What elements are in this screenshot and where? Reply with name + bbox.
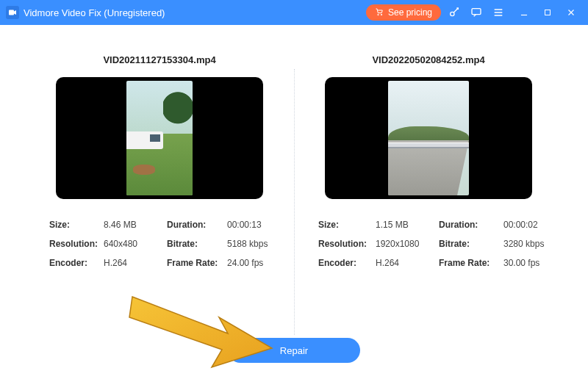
meta-val-duration: 00:00:13 xyxy=(227,220,279,230)
meta-val-bitrate: 5188 kbps xyxy=(227,239,279,249)
svg-rect-0 xyxy=(9,10,14,15)
cart-icon xyxy=(375,7,384,18)
svg-rect-5 xyxy=(545,10,551,15)
meta-key-framerate: Frame Rate: xyxy=(167,258,227,268)
key-icon[interactable] xyxy=(445,4,463,21)
meta-val-size: 8.46 MB xyxy=(104,220,167,230)
source-video-pane: VID20211127153304.mp4 Size: 8.46 MB Dura… xyxy=(25,54,294,268)
meta-val-framerate: 30.00 fps xyxy=(503,258,553,268)
vertical-divider xyxy=(294,69,295,335)
source-metadata: Size: 8.46 MB Duration: 00:00:13 Resolut… xyxy=(49,220,270,268)
close-button[interactable] xyxy=(564,6,578,19)
meta-key-bitrate: Bitrate: xyxy=(439,239,503,249)
sample-thumbnail xyxy=(325,77,532,199)
meta-key-duration: Duration: xyxy=(167,220,227,230)
repair-button-label: Repair xyxy=(280,345,308,356)
meta-val-encoder: H.264 xyxy=(376,258,439,268)
meta-key-duration: Duration: xyxy=(439,220,503,230)
app-title: Vidmore Video Fix (Unregistered) xyxy=(24,7,165,18)
meta-val-encoder: H.264 xyxy=(104,258,167,268)
menu-icon[interactable] xyxy=(490,4,507,21)
titlebar: Vidmore Video Fix (Unregistered) See pri… xyxy=(0,0,588,25)
repair-button[interactable]: Repair xyxy=(228,338,360,363)
svg-rect-4 xyxy=(472,9,481,15)
meta-key-resolution: Resolution: xyxy=(318,239,376,249)
svg-point-2 xyxy=(381,14,382,15)
source-thumbnail-image xyxy=(126,81,193,195)
meta-val-duration: 00:00:02 xyxy=(503,220,553,230)
source-thumbnail xyxy=(56,77,263,199)
maximize-button[interactable] xyxy=(541,6,554,19)
sample-thumbnail-image xyxy=(388,81,469,195)
meta-val-size: 1.15 MB xyxy=(376,220,439,230)
content-area: VID20211127153304.mp4 Size: 8.46 MB Dura… xyxy=(0,25,588,379)
sample-video-pane: VID20220502084252.mp4 Size: 1.15 MB Dura… xyxy=(294,54,563,268)
meta-key-framerate: Frame Rate: xyxy=(439,258,503,268)
meta-key-size: Size: xyxy=(49,220,104,230)
sample-filename: VID20220502084252.mp4 xyxy=(372,54,484,65)
meta-val-bitrate: 3280 kbps xyxy=(503,239,553,249)
meta-key-encoder: Encoder: xyxy=(318,258,376,268)
meta-key-bitrate: Bitrate: xyxy=(167,239,227,249)
feedback-icon[interactable] xyxy=(467,4,485,21)
meta-val-resolution: 640x480 xyxy=(104,239,167,249)
meta-val-resolution: 1920x1080 xyxy=(376,239,439,249)
see-pricing-button[interactable]: See pricing xyxy=(366,4,441,21)
svg-point-3 xyxy=(451,12,454,15)
svg-point-1 xyxy=(378,14,379,15)
meta-key-resolution: Resolution: xyxy=(49,239,104,249)
sample-metadata: Size: 1.15 MB Duration: 00:00:02 Resolut… xyxy=(318,220,539,268)
meta-key-size: Size: xyxy=(318,220,376,230)
source-filename: VID20211127153304.mp4 xyxy=(103,54,215,65)
meta-val-framerate: 24.00 fps xyxy=(227,258,279,268)
app-logo-icon xyxy=(6,6,19,19)
see-pricing-label: See pricing xyxy=(388,7,432,18)
meta-key-encoder: Encoder: xyxy=(49,258,104,268)
minimize-button[interactable] xyxy=(517,6,531,19)
